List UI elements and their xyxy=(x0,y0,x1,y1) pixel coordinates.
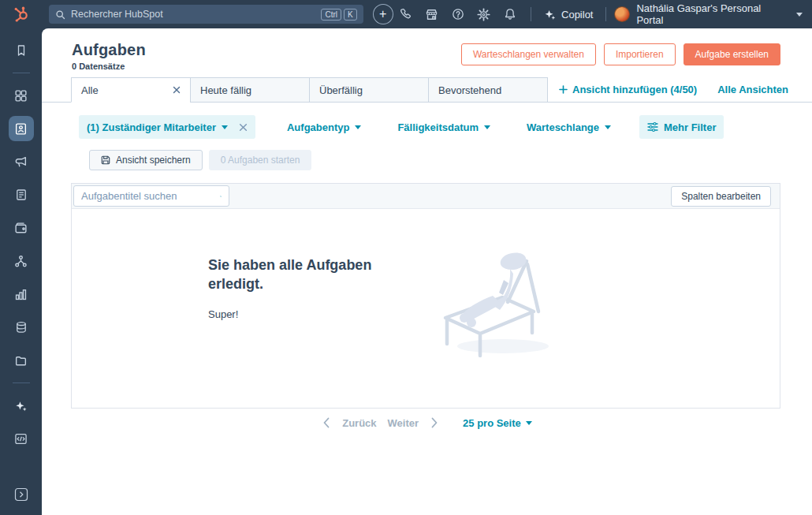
task-search-input[interactable] xyxy=(81,190,220,202)
account-menu[interactable]: Nathália Gaspar's Personal Portal xyxy=(614,2,812,26)
more-filters-label: Mehr Filter xyxy=(664,121,716,133)
filter-queue[interactable]: Warteschlange xyxy=(519,115,619,139)
tab-bevorstehend[interactable]: Bevorstehend xyxy=(428,77,548,103)
sidebar-divider xyxy=(13,73,30,73)
save-icon xyxy=(101,155,110,165)
ai-icon[interactable] xyxy=(9,393,34,418)
filters-row: (1) Zuständiger Mitarbeiter Aufgabentyp … xyxy=(42,115,812,139)
tab-label: Bevorstehend xyxy=(438,84,501,96)
page-size-select[interactable]: 25 pro Seite xyxy=(463,417,532,429)
page-header: Aufgaben 0 Datensätze Warteschlangen ver… xyxy=(42,28,812,71)
save-view-button[interactable]: Ansicht speichern xyxy=(89,150,203,170)
workspaces-icon[interactable] xyxy=(9,83,34,108)
chevron-down-icon xyxy=(222,125,228,129)
help-icon[interactable] xyxy=(445,0,471,28)
chevron-down-icon xyxy=(796,13,803,17)
table-toolbar: Spalten bearbeiten xyxy=(72,184,780,209)
phone-icon[interactable] xyxy=(393,0,419,28)
hubspot-sprocket-icon xyxy=(13,6,30,23)
remove-filter-icon[interactable] xyxy=(239,123,248,132)
collapse-sidebar-icon[interactable] xyxy=(9,482,34,507)
empty-state-subtitle: Super! xyxy=(208,308,378,320)
tab-alle[interactable]: Alle xyxy=(71,77,191,103)
chevron-right-icon[interactable] xyxy=(430,416,439,429)
empty-state-title: Sie haben alle Aufgaben erledigt. xyxy=(208,256,378,294)
add-view-label: Ansicht hinzufügen (4/50) xyxy=(572,84,697,95)
plus-icon xyxy=(559,85,568,94)
commerce-icon[interactable] xyxy=(9,215,34,241)
copilot-label: Copilot xyxy=(561,9,593,21)
create-task-button[interactable]: Aufgabe erstellen xyxy=(683,43,780,65)
task-search-box[interactable] xyxy=(73,185,229,207)
all-views-label: Alle Ansichten xyxy=(717,84,788,95)
library-icon[interactable] xyxy=(9,348,34,373)
chevron-down-icon xyxy=(484,125,490,129)
filter-owner-label: (1) Zuständiger Mitarbeiter xyxy=(87,121,216,133)
kbd-ctrl: Ctrl xyxy=(321,9,341,21)
manage-queues-button[interactable]: Warteschlangen verwalten xyxy=(461,43,596,65)
hubspot-logo[interactable] xyxy=(0,6,42,23)
chevron-down-icon xyxy=(355,125,361,129)
page-size-label: 25 pro Seite xyxy=(463,417,521,429)
view-tabs: Alle Heute fällig Überfällig Bevorstehen… xyxy=(42,74,812,103)
content-icon[interactable] xyxy=(9,182,34,207)
relaxing-person-illustration xyxy=(428,239,562,361)
create-button[interactable]: + xyxy=(373,4,393,24)
add-view-link[interactable]: Ansicht hinzufügen (4/50) xyxy=(559,84,697,95)
header-actions: Warteschlangen verwalten Importieren Auf… xyxy=(461,43,780,71)
left-sidebar xyxy=(0,28,42,515)
chevron-left-icon[interactable] xyxy=(322,416,331,429)
tab-ueberfaellig[interactable]: Überfällig xyxy=(309,77,429,103)
view-actions-row: Ansicht speichern 0 Aufgaben starten xyxy=(42,150,812,170)
filter-task-type-label: Aufgabentyp xyxy=(287,121,349,133)
filter-sliders-icon xyxy=(647,121,658,132)
notifications-bell-icon[interactable] xyxy=(497,0,523,28)
kbd-k: K xyxy=(344,9,357,21)
empty-state: Sie haben alle Aufgaben erledigt. Super! xyxy=(72,209,780,409)
nav-divider xyxy=(605,7,606,21)
import-button[interactable]: Importieren xyxy=(604,43,676,65)
prev-page-button[interactable]: Zurück xyxy=(342,417,376,429)
view-links: Ansicht hinzufügen (4/50) Alle Ansichten xyxy=(559,84,788,95)
tasks-table-panel: Spalten bearbeiten Sie haben alle Aufgab… xyxy=(71,183,780,409)
start-tasks-button[interactable]: 0 Aufgaben starten xyxy=(209,150,312,170)
filter-task-type[interactable]: Aufgabentyp xyxy=(279,115,369,139)
avatar xyxy=(614,6,630,22)
reporting-icon[interactable] xyxy=(9,282,34,307)
more-filters-button[interactable]: Mehr Filter xyxy=(639,115,724,139)
next-page-button[interactable]: Weiter xyxy=(388,417,419,429)
global-search-input[interactable]: Rechercher HubSpot Ctrl K xyxy=(49,5,363,24)
global-search-placeholder: Rechercher HubSpot xyxy=(71,9,318,20)
record-count: 0 Datensätze xyxy=(72,62,146,71)
main-content: Aufgaben 0 Datensätze Warteschlangen ver… xyxy=(42,28,812,515)
marketing-icon[interactable] xyxy=(9,149,34,174)
close-tab-icon[interactable] xyxy=(173,86,181,94)
top-navigation: Rechercher HubSpot Ctrl K + xyxy=(0,0,812,28)
bookmarks-icon[interactable] xyxy=(9,38,34,63)
tab-heute-faellig[interactable]: Heute fällig xyxy=(190,77,310,103)
copilot-sparkle-icon xyxy=(544,9,556,21)
tab-label: Überfällig xyxy=(319,84,363,96)
filter-owner[interactable]: (1) Zuständiger Mitarbeiter xyxy=(79,115,255,139)
filter-queue-label: Warteschlange xyxy=(527,121,599,133)
data-icon[interactable] xyxy=(9,315,34,340)
developer-icon[interactable] xyxy=(9,426,34,451)
all-views-link[interactable]: Alle Ansichten xyxy=(717,84,788,95)
crm-icon[interactable] xyxy=(9,116,34,141)
save-view-label: Ansicht speichern xyxy=(116,155,191,166)
automations-icon[interactable] xyxy=(9,248,34,274)
filter-due-date-label: Fälligkeitsdatum xyxy=(397,121,479,133)
chevron-down-icon xyxy=(605,125,611,129)
settings-gear-icon[interactable] xyxy=(471,0,497,28)
pagination: Zurück Weiter 25 pro Seite xyxy=(42,416,812,429)
nav-divider xyxy=(531,7,531,21)
tab-label: Heute fällig xyxy=(200,84,251,96)
filter-due-date[interactable]: Fälligkeitsdatum xyxy=(389,115,498,139)
copilot-button[interactable]: Copilot xyxy=(539,9,598,21)
search-icon xyxy=(55,9,65,20)
sidebar-divider xyxy=(13,383,30,383)
edit-columns-button[interactable]: Spalten bearbeiten xyxy=(671,186,771,207)
search-icon xyxy=(220,191,222,202)
tab-label: Alle xyxy=(81,84,99,96)
marketplace-icon[interactable] xyxy=(419,0,445,28)
